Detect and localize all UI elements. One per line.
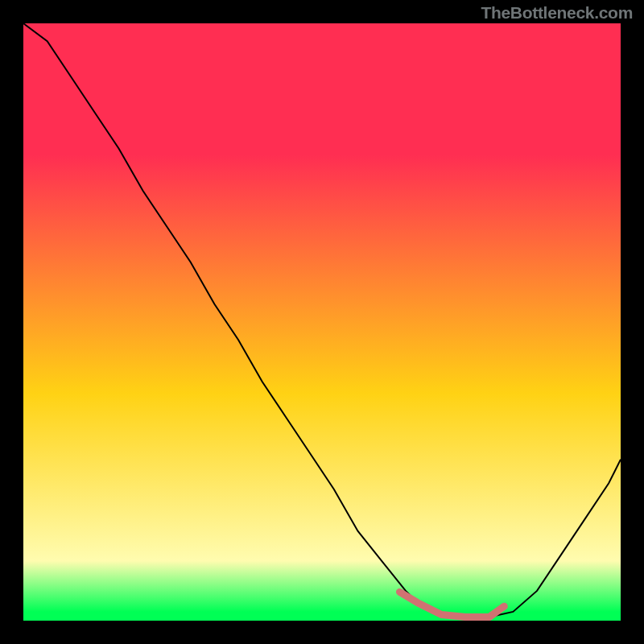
chart-frame: TheBottleneck.com (0, 0, 644, 644)
attribution-text: TheBottleneck.com (481, 3, 633, 23)
bottleneck-chart (23, 23, 621, 621)
chart-background (23, 23, 621, 621)
